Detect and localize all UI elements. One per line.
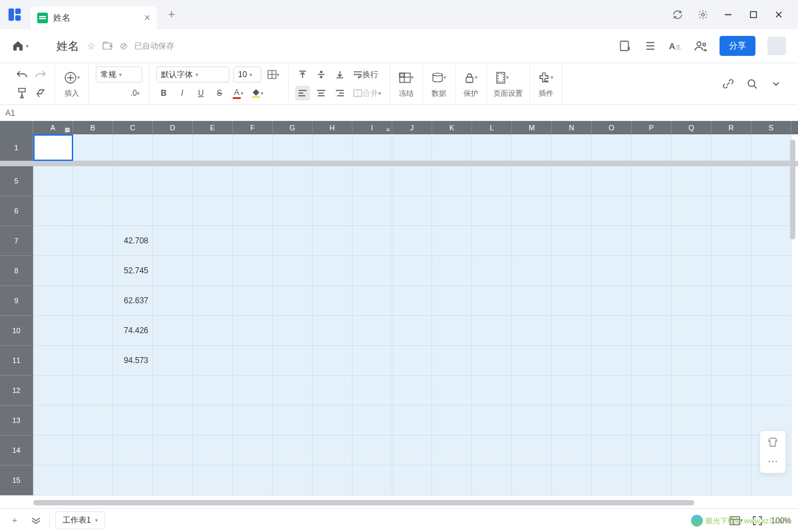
cell[interactable] — [153, 376, 193, 406]
cell[interactable] — [273, 436, 313, 466]
cell[interactable] — [672, 286, 712, 316]
cell[interactable] — [352, 134, 392, 161]
settings-icon[interactable] — [697, 9, 709, 21]
cell[interactable] — [432, 166, 472, 196]
spreadsheet-grid[interactable]: A▦BCDEFGHI≡JKLMNOPQRS 156742.708852.7459… — [0, 121, 798, 508]
cell[interactable] — [472, 436, 512, 466]
cell[interactable] — [193, 316, 233, 346]
column-header[interactable]: N — [552, 121, 592, 134]
cell[interactable] — [712, 316, 751, 346]
cell[interactable] — [672, 226, 712, 256]
cell[interactable] — [313, 316, 352, 346]
font-color-button[interactable]: A▾ — [231, 86, 245, 100]
cell[interactable] — [472, 226, 512, 256]
star-icon[interactable]: ☆ — [87, 41, 96, 51]
cell[interactable] — [73, 134, 113, 161]
column-header[interactable]: B — [73, 121, 113, 134]
cell[interactable] — [313, 286, 352, 316]
close-button[interactable] — [773, 9, 785, 21]
cell[interactable] — [432, 226, 472, 256]
cell[interactable] — [193, 376, 233, 406]
cell[interactable] — [73, 196, 113, 226]
cell[interactable] — [73, 256, 113, 286]
cell[interactable] — [712, 466, 751, 495]
cell[interactable] — [432, 346, 472, 376]
cell[interactable] — [632, 406, 672, 436]
cell[interactable] — [672, 166, 712, 196]
cell[interactable] — [552, 134, 592, 161]
cell[interactable] — [552, 346, 592, 376]
cell[interactable] — [512, 226, 552, 256]
cell[interactable] — [193, 226, 233, 256]
cell[interactable] — [512, 134, 552, 161]
cell[interactable] — [233, 256, 273, 286]
cell[interactable] — [592, 286, 632, 316]
horizontal-scrollbar[interactable] — [33, 500, 785, 507]
cell[interactable] — [592, 196, 632, 226]
cell[interactable] — [472, 196, 512, 226]
cell[interactable] — [33, 134, 73, 161]
cell[interactable] — [472, 406, 512, 436]
protect-button[interactable]: ▾ — [462, 70, 479, 85]
cell[interactable] — [193, 436, 233, 466]
column-header[interactable]: K — [432, 121, 472, 134]
cell[interactable] — [193, 166, 233, 196]
cell[interactable] — [672, 256, 712, 286]
column-header[interactable]: P — [632, 121, 672, 134]
cell[interactable] — [432, 256, 472, 286]
cell[interactable] — [193, 346, 233, 376]
row-header[interactable]: 14 — [0, 436, 33, 466]
cell[interactable] — [512, 316, 552, 346]
cell[interactable] — [712, 166, 751, 196]
cell[interactable] — [592, 134, 632, 161]
cell[interactable] — [73, 376, 113, 406]
cell[interactable] — [73, 166, 113, 196]
cell[interactable] — [273, 286, 313, 316]
cell[interactable] — [33, 346, 73, 376]
plugins-button[interactable]: ▾ — [537, 70, 555, 85]
cell[interactable] — [751, 166, 791, 196]
cell[interactable] — [153, 196, 193, 226]
cell[interactable] — [672, 196, 712, 226]
cell[interactable] — [672, 406, 712, 436]
cell[interactable] — [751, 376, 791, 406]
cell[interactable] — [233, 196, 273, 226]
cell[interactable] — [712, 196, 751, 226]
font-size-dropdown[interactable]: 10▾ — [233, 66, 261, 82]
cell[interactable] — [73, 346, 113, 376]
fill-color-button[interactable]: ▾ — [249, 86, 265, 100]
cell[interactable] — [552, 166, 592, 196]
cell[interactable] — [672, 436, 712, 466]
cell[interactable] — [273, 226, 313, 256]
cell[interactable] — [113, 134, 153, 161]
underline-button[interactable]: U — [194, 86, 208, 100]
frozen-pane-divider[interactable] — [0, 161, 798, 166]
cell[interactable] — [153, 316, 193, 346]
cell[interactable] — [512, 256, 552, 286]
cell[interactable] — [113, 436, 153, 466]
document-tab[interactable]: 姓名 × — [31, 7, 157, 29]
cell[interactable] — [632, 256, 672, 286]
align-left-button[interactable] — [295, 86, 310, 100]
cell[interactable] — [712, 286, 751, 316]
valign-bottom-button[interactable] — [332, 67, 347, 82]
column-header[interactable]: F — [233, 121, 273, 134]
cell[interactable] — [712, 346, 751, 376]
cell[interactable] — [592, 436, 632, 466]
row-header[interactable]: 15 — [0, 466, 33, 495]
cell[interactable] — [73, 226, 113, 256]
cell[interactable] — [432, 286, 472, 316]
cell[interactable] — [113, 406, 153, 436]
cell[interactable] — [352, 406, 392, 436]
minimize-button[interactable] — [722, 9, 734, 21]
cell[interactable] — [512, 406, 552, 436]
cell[interactable] — [632, 166, 672, 196]
cell[interactable] — [712, 376, 751, 406]
cell[interactable] — [432, 376, 472, 406]
cell[interactable] — [592, 316, 632, 346]
cell[interactable] — [552, 226, 592, 256]
column-header[interactable]: H — [313, 121, 352, 134]
cell[interactable] — [552, 196, 592, 226]
cell[interactable] — [632, 316, 672, 346]
cell[interactable] — [233, 466, 273, 495]
